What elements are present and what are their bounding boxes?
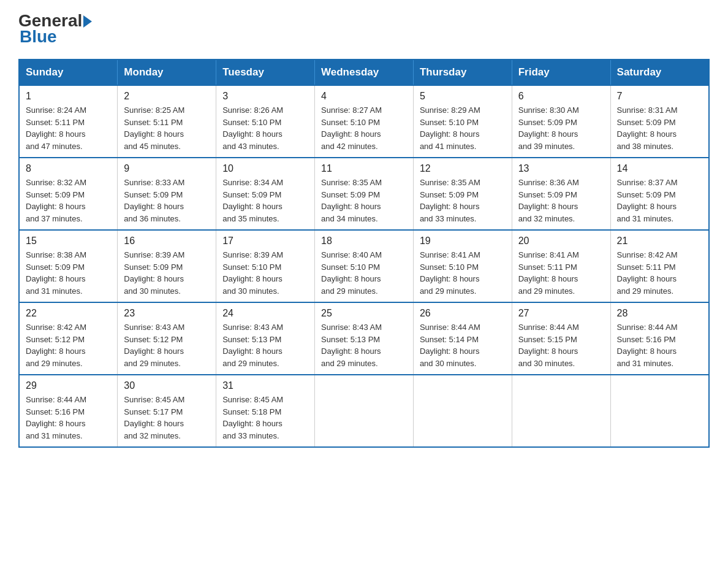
calendar-cell: 24 Sunrise: 8:43 AMSunset: 5:13 PMDaylig…	[216, 302, 315, 375]
calendar-cell: 12 Sunrise: 8:35 AMSunset: 5:09 PMDaylig…	[413, 158, 512, 230]
day-number: 7	[617, 91, 702, 102]
day-number: 3	[222, 91, 308, 102]
calendar-cell	[315, 375, 414, 447]
calendar-header-row: SundayMondayTuesdayWednesdayThursdayFrid…	[19, 59, 709, 85]
calendar-cell: 27 Sunrise: 8:44 AMSunset: 5:15 PMDaylig…	[512, 302, 610, 375]
calendar-header-sunday: Sunday	[19, 59, 118, 85]
calendar-cell: 6 Sunrise: 8:30 AMSunset: 5:09 PMDayligh…	[512, 85, 610, 158]
day-number: 25	[321, 308, 407, 319]
calendar-cell: 2 Sunrise: 8:25 AMSunset: 5:11 PMDayligh…	[118, 85, 216, 158]
day-number: 24	[222, 308, 308, 319]
day-number: 12	[420, 163, 506, 174]
calendar-week-row: 1 Sunrise: 8:24 AMSunset: 5:11 PMDayligh…	[19, 85, 709, 158]
logo-arrow-icon	[83, 15, 92, 28]
calendar-header-wednesday: Wednesday	[315, 59, 414, 85]
calendar-cell: 30 Sunrise: 8:45 AMSunset: 5:17 PMDaylig…	[118, 375, 216, 447]
calendar-cell: 28 Sunrise: 8:44 AMSunset: 5:16 PMDaylig…	[610, 302, 709, 375]
calendar-cell: 4 Sunrise: 8:27 AMSunset: 5:10 PMDayligh…	[315, 85, 414, 158]
day-number: 23	[124, 308, 210, 319]
day-number: 13	[518, 163, 604, 174]
day-info: Sunrise: 8:24 AMSunset: 5:11 PMDaylight:…	[26, 104, 111, 152]
calendar-cell: 26 Sunrise: 8:44 AMSunset: 5:14 PMDaylig…	[413, 302, 512, 375]
day-info: Sunrise: 8:40 AMSunset: 5:10 PMDaylight:…	[321, 249, 407, 297]
day-number: 15	[26, 236, 111, 247]
calendar-cell: 18 Sunrise: 8:40 AMSunset: 5:10 PMDaylig…	[315, 230, 414, 302]
calendar-cell: 19 Sunrise: 8:41 AMSunset: 5:10 PMDaylig…	[413, 230, 512, 302]
calendar-cell: 29 Sunrise: 8:44 AMSunset: 5:16 PMDaylig…	[19, 375, 118, 447]
calendar-cell: 5 Sunrise: 8:29 AMSunset: 5:10 PMDayligh…	[413, 85, 512, 158]
day-number: 8	[26, 163, 111, 174]
calendar-cell: 20 Sunrise: 8:41 AMSunset: 5:11 PMDaylig…	[512, 230, 610, 302]
day-info: Sunrise: 8:39 AMSunset: 5:10 PMDaylight:…	[222, 249, 308, 297]
day-info: Sunrise: 8:44 AMSunset: 5:16 PMDaylight:…	[26, 394, 111, 442]
calendar-header-monday: Monday	[118, 59, 216, 85]
day-number: 1	[26, 91, 111, 102]
day-number: 27	[518, 308, 604, 319]
calendar-week-row: 29 Sunrise: 8:44 AMSunset: 5:16 PMDaylig…	[19, 375, 709, 447]
day-info: Sunrise: 8:34 AMSunset: 5:09 PMDaylight:…	[222, 177, 308, 224]
day-info: Sunrise: 8:41 AMSunset: 5:10 PMDaylight:…	[420, 249, 506, 297]
day-info: Sunrise: 8:43 AMSunset: 5:13 PMDaylight:…	[222, 321, 308, 369]
calendar-cell	[610, 375, 709, 447]
day-number: 19	[420, 236, 506, 247]
day-number: 11	[321, 163, 407, 174]
calendar-cell: 22 Sunrise: 8:42 AMSunset: 5:12 PMDaylig…	[19, 302, 118, 375]
day-info: Sunrise: 8:31 AMSunset: 5:09 PMDaylight:…	[617, 104, 702, 152]
day-info: Sunrise: 8:44 AMSunset: 5:15 PMDaylight:…	[518, 321, 604, 369]
calendar-cell: 31 Sunrise: 8:45 AMSunset: 5:18 PMDaylig…	[216, 375, 315, 447]
calendar-cell: 9 Sunrise: 8:33 AMSunset: 5:09 PMDayligh…	[118, 158, 216, 230]
calendar-header-friday: Friday	[512, 59, 610, 85]
calendar-cell: 23 Sunrise: 8:43 AMSunset: 5:12 PMDaylig…	[118, 302, 216, 375]
calendar-cell: 8 Sunrise: 8:32 AMSunset: 5:09 PMDayligh…	[19, 158, 118, 230]
day-info: Sunrise: 8:29 AMSunset: 5:10 PMDaylight:…	[420, 104, 506, 152]
calendar-header-thursday: Thursday	[413, 59, 512, 85]
day-number: 14	[617, 163, 702, 174]
day-number: 17	[222, 236, 308, 247]
day-info: Sunrise: 8:33 AMSunset: 5:09 PMDaylight:…	[124, 177, 210, 224]
calendar-cell: 3 Sunrise: 8:26 AMSunset: 5:10 PMDayligh…	[216, 85, 315, 158]
day-number: 18	[321, 236, 407, 247]
calendar-cell: 10 Sunrise: 8:34 AMSunset: 5:09 PMDaylig…	[216, 158, 315, 230]
day-info: Sunrise: 8:45 AMSunset: 5:17 PMDaylight:…	[124, 394, 210, 442]
calendar-cell: 15 Sunrise: 8:38 AMSunset: 5:09 PMDaylig…	[19, 230, 118, 302]
day-number: 20	[518, 236, 604, 247]
day-info: Sunrise: 8:42 AMSunset: 5:11 PMDaylight:…	[617, 249, 702, 297]
day-info: Sunrise: 8:41 AMSunset: 5:11 PMDaylight:…	[518, 249, 604, 297]
day-number: 6	[518, 91, 604, 102]
day-number: 5	[420, 91, 506, 102]
day-number: 10	[222, 163, 308, 174]
day-info: Sunrise: 8:43 AMSunset: 5:13 PMDaylight:…	[321, 321, 407, 369]
day-number: 4	[321, 91, 407, 102]
day-number: 30	[124, 380, 210, 391]
day-info: Sunrise: 8:43 AMSunset: 5:12 PMDaylight:…	[124, 321, 210, 369]
day-number: 28	[617, 308, 702, 319]
day-info: Sunrise: 8:38 AMSunset: 5:09 PMDaylight:…	[26, 249, 111, 297]
day-info: Sunrise: 8:27 AMSunset: 5:10 PMDaylight:…	[321, 104, 407, 152]
day-info: Sunrise: 8:39 AMSunset: 5:09 PMDaylight:…	[124, 249, 210, 297]
calendar-week-row: 8 Sunrise: 8:32 AMSunset: 5:09 PMDayligh…	[19, 158, 709, 230]
day-info: Sunrise: 8:42 AMSunset: 5:12 PMDaylight:…	[26, 321, 111, 369]
day-info: Sunrise: 8:45 AMSunset: 5:18 PMDaylight:…	[222, 394, 308, 442]
calendar-cell: 21 Sunrise: 8:42 AMSunset: 5:11 PMDaylig…	[610, 230, 709, 302]
calendar-week-row: 22 Sunrise: 8:42 AMSunset: 5:12 PMDaylig…	[19, 302, 709, 375]
day-info: Sunrise: 8:44 AMSunset: 5:14 PMDaylight:…	[420, 321, 506, 369]
calendar-cell: 17 Sunrise: 8:39 AMSunset: 5:10 PMDaylig…	[216, 230, 315, 302]
calendar-cell	[512, 375, 610, 447]
day-info: Sunrise: 8:44 AMSunset: 5:16 PMDaylight:…	[617, 321, 702, 369]
day-info: Sunrise: 8:25 AMSunset: 5:11 PMDaylight:…	[124, 104, 210, 152]
day-number: 29	[26, 380, 111, 391]
day-number: 2	[124, 91, 210, 102]
calendar-cell: 25 Sunrise: 8:43 AMSunset: 5:13 PMDaylig…	[315, 302, 414, 375]
logo: General Blue	[18, 12, 92, 47]
day-info: Sunrise: 8:35 AMSunset: 5:09 PMDaylight:…	[420, 177, 506, 224]
calendar-cell: 1 Sunrise: 8:24 AMSunset: 5:11 PMDayligh…	[19, 85, 118, 158]
logo-blue: Blue	[18, 27, 92, 47]
page-header: General Blue	[18, 12, 710, 47]
day-number: 21	[617, 236, 702, 247]
day-number: 22	[26, 308, 111, 319]
calendar-cell: 16 Sunrise: 8:39 AMSunset: 5:09 PMDaylig…	[118, 230, 216, 302]
calendar-cell: 13 Sunrise: 8:36 AMSunset: 5:09 PMDaylig…	[512, 158, 610, 230]
day-number: 16	[124, 236, 210, 247]
day-info: Sunrise: 8:32 AMSunset: 5:09 PMDaylight:…	[26, 177, 111, 224]
calendar-table: SundayMondayTuesdayWednesdayThursdayFrid…	[18, 59, 710, 448]
